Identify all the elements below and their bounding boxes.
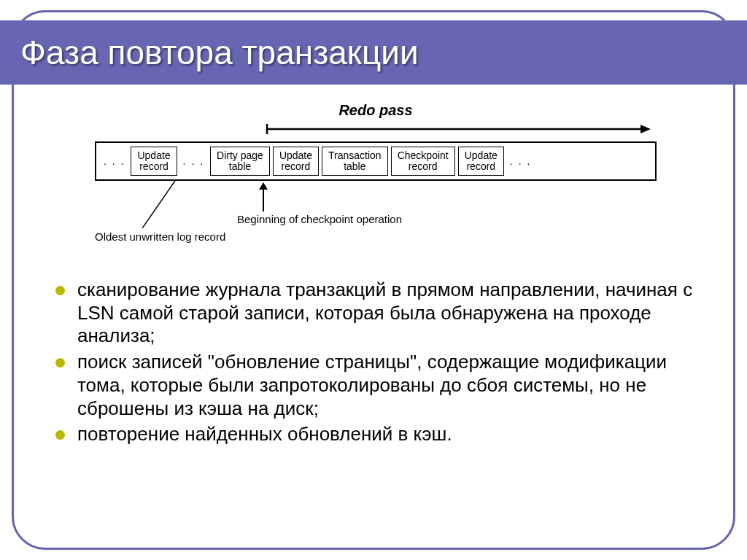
slide-title: Фаза повтора транзакции	[20, 33, 419, 72]
log-sequence-box: . . . Update record . . . Dirty page tab…	[95, 141, 657, 181]
redo-pass-label: Redo pass	[95, 102, 657, 119]
oldest-record-pointer-icon	[142, 181, 230, 228]
title-bar: Фаза повтора транзакции	[0, 20, 747, 85]
redo-pass-arrow-icon	[264, 124, 651, 134]
checkpoint-begin-annotation: Beginning of checkpoint operation	[237, 213, 402, 225]
bullet-item: поиск записей "обновление страницы", сод…	[51, 351, 718, 420]
svg-marker-5	[259, 182, 268, 190]
ellipsis: . . .	[101, 155, 128, 167]
log-record: Dirty page table	[210, 147, 270, 176]
oldest-record-annotation: Oldest unwritten log record	[95, 230, 225, 243]
redo-pass-diagram: Redo pass . . . Update record . . . Dirt…	[95, 102, 657, 255]
ellipsis: . . .	[507, 155, 534, 167]
bullet-item: повторение найденных обновлений в кэш.	[51, 423, 718, 446]
ellipsis: . . .	[180, 155, 207, 167]
log-record: Update record	[273, 147, 319, 176]
bullet-list: сканирование журнала транзакций в прямом…	[51, 279, 718, 449]
log-record: Transaction table	[322, 147, 388, 176]
log-record: Checkpoint record	[391, 147, 455, 176]
checkpoint-begin-arrow-icon	[259, 182, 268, 211]
bullet-item: сканирование журнала транзакций в прямом…	[51, 279, 718, 348]
svg-line-3	[142, 181, 175, 228]
log-record: Update record	[131, 147, 177, 176]
svg-marker-2	[640, 125, 651, 133]
log-record: Update record	[458, 147, 504, 176]
